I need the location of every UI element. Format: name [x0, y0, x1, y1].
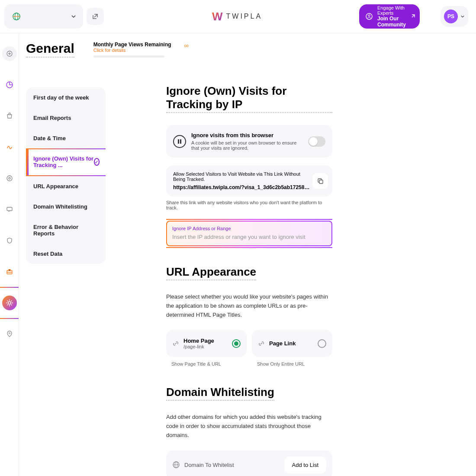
site-selector[interactable] — [4, 4, 83, 29]
sidenav-item-ignore-visits[interactable]: Ignore (Own) Visits for Tracking ... ✓ — [26, 148, 106, 176]
svg-rect-16 — [319, 180, 323, 183]
link-icon — [258, 340, 265, 347]
svg-point-7 — [7, 176, 12, 181]
tracking-link-url: https://affiliates.twipla.com/?visa_1_3d… — [173, 184, 311, 190]
community-icon — [365, 13, 373, 20]
sidenav-item-domain-whitelisting[interactable]: Domain Whitelisting — [26, 196, 106, 217]
ignore-ip-label: Ignore IP Address or Range — [172, 226, 326, 231]
svg-point-4 — [368, 15, 370, 16]
nav-rail — [0, 33, 19, 476]
ignore-browser-card: Ignore visits from this browser A cookie… — [166, 125, 332, 158]
page-title: General — [26, 41, 74, 58]
pvr-action: Click for details — [93, 48, 171, 53]
brand-name: TWIPLA — [226, 13, 263, 20]
radio-selected[interactable] — [232, 339, 241, 348]
rail-settings-icon[interactable] — [2, 296, 17, 310]
opt2-caption: Show Only Entire URL — [252, 361, 332, 367]
tracking-link-hint: Share this link with any website visitor… — [166, 200, 332, 210]
pvr-progress-bar — [93, 55, 164, 58]
user-menu[interactable]: PS — [441, 6, 468, 27]
tracking-link-card: Allow Selected Visitors to Visit Website… — [166, 165, 332, 196]
url-section-desc: Please select whether you would like you… — [166, 293, 332, 319]
avatar: PS — [444, 10, 458, 23]
copy-icon — [317, 177, 324, 184]
rail-location-icon[interactable] — [2, 327, 17, 341]
sidenav-item-url-appearance[interactable]: URL Appearance — [26, 176, 106, 196]
opt2-title: Page Link — [269, 340, 313, 347]
chevron-down-icon — [460, 14, 465, 19]
community-line2: Join Our Community — [377, 16, 406, 28]
opt1-title: Home Page — [183, 338, 228, 344]
sidenav-item-email-reports[interactable]: Email Reports — [26, 108, 106, 128]
rail-chat-icon[interactable] — [2, 202, 17, 217]
rail-briefcase-icon[interactable] — [2, 264, 17, 279]
ignore-browser-toggle[interactable] — [308, 136, 325, 147]
add-to-list-button[interactable]: Add to List — [284, 457, 326, 473]
external-icon — [410, 14, 415, 19]
pvr-label: Monthly Page Views Remaining — [93, 42, 171, 48]
main-content: Ignore (Own) Visits for Tracking by IP I… — [166, 84, 332, 476]
ignore-browser-desc: A cookie will be set in your own browser… — [191, 140, 303, 151]
svg-rect-14 — [180, 139, 181, 144]
sidenav-item-date-time[interactable]: Date & Time — [26, 128, 106, 148]
opt1-caption: Show Page Title & URL — [166, 361, 247, 367]
rail-activity-icon[interactable] — [2, 140, 17, 154]
section-title-domain: Domain Whitelisting — [166, 386, 274, 401]
domain-whitelist-card: Domain To Whitelist Add to List — [166, 450, 332, 476]
domain-input-placeholder[interactable]: Domain To Whitelist — [184, 462, 280, 468]
sidenav-item-error-reports[interactable]: Error & Behavior Reports — [26, 217, 106, 244]
chevron-down-icon — [71, 14, 76, 19]
pause-icon — [173, 135, 186, 148]
globe-icon — [11, 11, 22, 22]
rail-analytics-icon[interactable] — [2, 77, 17, 92]
rail-add-icon[interactable] — [2, 46, 17, 61]
svg-rect-9 — [7, 207, 12, 211]
globe-icon — [172, 461, 180, 469]
rail-shield-icon[interactable] — [2, 233, 17, 248]
logo-mark-icon: W — [212, 10, 223, 23]
svg-rect-13 — [178, 139, 179, 144]
topbar: W TWIPLA Engage With Experts Join Our Co… — [0, 0, 476, 33]
ignore-browser-title: Ignore visits from this browser — [191, 132, 303, 138]
rail-target-icon[interactable] — [2, 171, 17, 186]
svg-point-11 — [8, 302, 11, 304]
ignore-ip-field[interactable]: Ignore IP Address or Range Insert the IP… — [166, 221, 332, 246]
url-option-title-and-url[interactable]: Home Page /page-link — [166, 330, 247, 357]
svg-point-12 — [9, 333, 10, 334]
external-link-button[interactable] — [87, 8, 104, 25]
opt1-sub: /page-link — [183, 344, 228, 349]
copy-link-button[interactable] — [312, 173, 328, 189]
page-header: General Monthly Page Views Remaining Cli… — [26, 41, 189, 58]
tracking-link-label: Allow Selected Visitors to Visit Website… — [173, 171, 311, 182]
link-icon — [172, 340, 179, 347]
domain-section-desc: Add other domains for which you added th… — [166, 413, 332, 440]
section-title-ignore: Ignore (Own) Visits for Tracking by IP — [166, 84, 332, 113]
svg-point-8 — [9, 177, 10, 179]
radio-unselected[interactable] — [318, 339, 326, 348]
url-option-entire-url[interactable]: Page Link — [252, 330, 332, 357]
join-community-button[interactable]: Engage With Experts Join Our Community — [359, 4, 420, 29]
sidenav-item-first-day[interactable]: First day of the week — [26, 87, 106, 108]
brand-logo[interactable]: W TWIPLA — [212, 10, 262, 23]
settings-sidenav: First day of the week Email Reports Date… — [26, 87, 106, 264]
section-title-url: URL Appearance — [166, 265, 256, 280]
community-line1: Engage With Experts — [377, 5, 406, 16]
sidenav-item-reset-data[interactable]: Reset Data — [26, 244, 106, 264]
infinity-icon: ∞ — [184, 42, 189, 49]
ignore-ip-placeholder: Insert the IP address or range you want … — [172, 234, 326, 240]
check-circle-icon: ✓ — [94, 158, 100, 166]
page-views-remaining[interactable]: Monthly Page Views Remaining Click for d… — [93, 42, 171, 58]
rail-shopping-icon[interactable] — [2, 109, 17, 123]
